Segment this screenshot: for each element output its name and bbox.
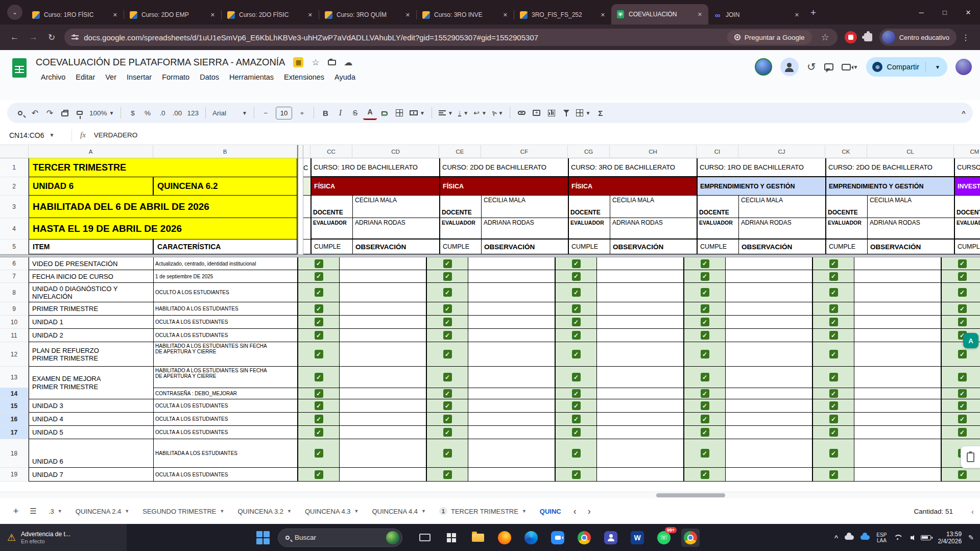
- tab-close-icon[interactable]: ✕: [793, 11, 801, 19]
- observation-cell[interactable]: [854, 367, 941, 388]
- checkbox-checked[interactable]: ✓: [315, 350, 323, 358]
- check-cell[interactable]: ✓: [555, 302, 596, 316]
- cell-cumple-header[interactable]: CUMPLE: [310, 239, 352, 254]
- cell-cumple-header[interactable]: CUMPLE: [568, 239, 610, 254]
- search-menus-button[interactable]: [13, 106, 27, 120]
- tab-close-icon[interactable]: ✕: [403, 11, 412, 19]
- checkbox-checked[interactable]: ✓: [315, 304, 323, 313]
- cell-caracteristica-header[interactable]: CARACTERÍSTICA: [153, 239, 297, 254]
- cell-docente-name[interactable]: CECILIA MALA: [738, 196, 825, 218]
- observation-cell[interactable]: [854, 283, 941, 302]
- observation-cell[interactable]: [854, 257, 941, 270]
- check-cell[interactable]: ✓: [426, 388, 468, 399]
- notification-toast[interactable]: ⚠ Advertencia de t... En efecto: [0, 524, 127, 551]
- menu-ver[interactable]: Ver: [100, 70, 122, 84]
- cell-evaluador-label[interactable]: EVALUADOR: [954, 218, 980, 239]
- checkbox-checked[interactable]: ✓: [701, 272, 709, 281]
- observation-cell[interactable]: [339, 439, 426, 468]
- checkbox-checked[interactable]: ✓: [443, 288, 452, 297]
- observation-cell[interactable]: [468, 426, 555, 439]
- observation-cell[interactable]: [339, 399, 426, 413]
- checkbox-checked[interactable]: ✓: [572, 470, 581, 479]
- tab-close-icon[interactable]: ✕: [501, 11, 510, 19]
- row-header[interactable]: 3: [0, 196, 29, 218]
- check-cell[interactable]: ✓: [555, 270, 596, 283]
- decrease-decimals-button[interactable]: .0: [155, 106, 169, 120]
- checkbox-checked[interactable]: ✓: [443, 331, 452, 340]
- observation-cell[interactable]: [339, 388, 426, 399]
- observation-cell[interactable]: [596, 367, 683, 388]
- chevron-down-icon[interactable]: ▼: [220, 509, 225, 514]
- collapse-toolbar-icon[interactable]: ^: [962, 109, 966, 117]
- observation-cell[interactable]: [339, 367, 426, 388]
- checkbox-checked[interactable]: ✓: [572, 373, 581, 381]
- minimize-button[interactable]: ─: [910, 0, 933, 25]
- checkbox-checked[interactable]: ✓: [443, 470, 452, 479]
- check-cell[interactable]: ✓: [297, 342, 339, 367]
- cell-cumple-header[interactable]: CUMPLE: [825, 239, 867, 254]
- text-wrap-button[interactable]: ↩▼: [471, 106, 489, 120]
- checkbox-checked[interactable]: ✓: [315, 331, 323, 340]
- cell-materia[interactable]: FÍSICA: [439, 177, 568, 196]
- checkbox-checked[interactable]: ✓: [958, 318, 967, 326]
- observation-cell[interactable]: [596, 388, 683, 399]
- check-cell[interactable]: ✓: [812, 316, 854, 329]
- cell-curso[interactable]: CURSO: 1RO DE BACHILLERATO: [697, 158, 825, 177]
- checkbox-checked[interactable]: ✓: [701, 259, 709, 268]
- check-cell[interactable]: ✓: [555, 316, 596, 329]
- check-cell[interactable]: ✓: [683, 439, 725, 468]
- cell-docente-name[interactable]: CECILIA MALA: [610, 196, 697, 218]
- observation-cell[interactable]: [596, 270, 683, 283]
- cell-docente-name[interactable]: CECILIA MALA: [352, 196, 439, 218]
- browser-tab[interactable]: Curso: 3RO INVE✕: [417, 5, 514, 25]
- check-cell[interactable]: ✓: [683, 316, 725, 329]
- check-cell[interactable]: ✓: [426, 426, 468, 439]
- sheet-tab[interactable]: QUINCENA 3.2▼: [231, 498, 298, 524]
- check-cell[interactable]: ✓: [683, 283, 725, 302]
- currency-button[interactable]: $: [126, 106, 139, 120]
- observation-cell[interactable]: [468, 270, 555, 283]
- checkbox-checked[interactable]: ✓: [572, 259, 581, 268]
- sheet-tab[interactable]: SEGUNDO TRIMESTRE▼: [136, 498, 231, 524]
- cell-evaluador-label[interactable]: EVALUADOR: [439, 218, 481, 239]
- functions-button[interactable]: Σ: [593, 106, 607, 120]
- checkbox-checked[interactable]: ✓: [443, 304, 452, 313]
- checkbox-checked[interactable]: ✓: [701, 428, 709, 437]
- observation-cell[interactable]: [725, 439, 812, 468]
- contacts-icon[interactable]: [780, 58, 799, 76]
- check-cell[interactable]: ✓: [426, 367, 468, 388]
- observation-cell[interactable]: [468, 413, 555, 426]
- observation-cell[interactable]: [725, 426, 812, 439]
- row-header[interactable]: 5: [0, 239, 29, 254]
- zoom-control[interactable]: 100%▼: [87, 106, 116, 120]
- font-selector[interactable]: Arial▼: [210, 106, 249, 120]
- cell-curso[interactable]: CURSO: 3RO DE BACHILLERATO: [568, 158, 697, 177]
- menu-datos[interactable]: Datos: [195, 70, 224, 84]
- chevron-down-icon[interactable]: ▼: [421, 509, 426, 514]
- italic-button[interactable]: I: [333, 106, 347, 120]
- check-cell[interactable]: ✓: [426, 342, 468, 367]
- checkbox-checked[interactable]: ✓: [829, 318, 838, 326]
- cell-caracteristica[interactable]: OCULTA A LOS ESTUDIANTES: [153, 413, 297, 426]
- row-header[interactable]: 4: [0, 218, 29, 239]
- cell-caracteristica[interactable]: HABILITADO A LOS ESTUDIANTES: [153, 302, 297, 316]
- comment-icon[interactable]: [824, 63, 833, 70]
- site-info-icon[interactable]: [71, 34, 79, 40]
- check-cell[interactable]: ✓: [555, 342, 596, 367]
- firefox-icon[interactable]: [495, 529, 514, 547]
- checkbox-checked[interactable]: ✓: [315, 449, 323, 458]
- browser-menu-icon[interactable]: ⋮: [957, 33, 975, 42]
- check-cell[interactable]: ✓: [683, 399, 725, 413]
- cell-item[interactable]: EXAMEN DE MEJORA PRIMER TRIMESTRE: [29, 367, 153, 388]
- observation-cell[interactable]: [339, 283, 426, 302]
- display-icon[interactable]: [416, 529, 434, 547]
- scrollbar-thumb[interactable]: [656, 493, 725, 497]
- checkbox-checked[interactable]: ✓: [443, 428, 452, 437]
- sheets-logo-icon[interactable]: [12, 58, 27, 78]
- horizontal-align-button[interactable]: ▼: [437, 106, 455, 120]
- check-cell[interactable]: ✓: [426, 316, 468, 329]
- chrome-active-icon[interactable]: [681, 529, 700, 547]
- check-cell[interactable]: ✓: [555, 426, 596, 439]
- row-header[interactable]: 14: [0, 388, 29, 399]
- checkbox-checked[interactable]: ✓: [701, 389, 709, 398]
